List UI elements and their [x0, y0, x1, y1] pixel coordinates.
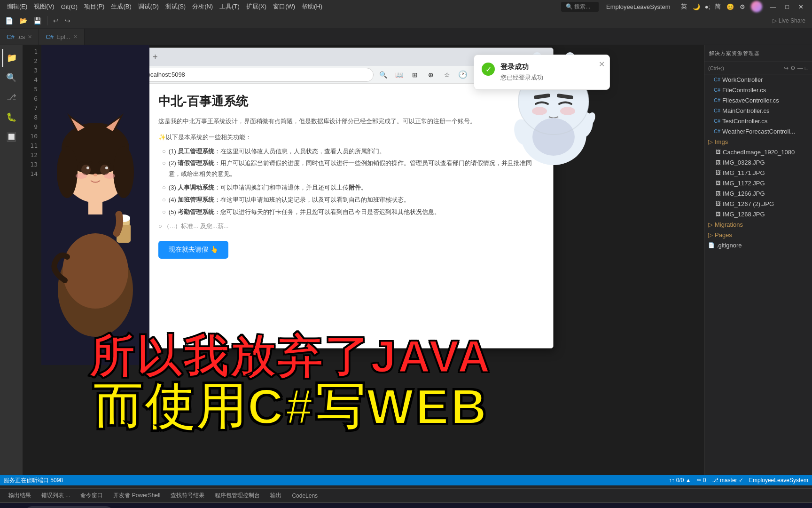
close-icon-2[interactable]: ✕: [73, 34, 78, 40]
close-btn[interactable]: ✕: [794, 2, 808, 11]
tree-item-migrations[interactable]: ▷ Migrations: [704, 219, 812, 230]
tab-codelens[interactable]: CodeLens: [287, 491, 322, 501]
open-btn[interactable]: 📂: [17, 16, 30, 26]
activity-extensions[interactable]: 🔲: [2, 128, 20, 146]
taskbar-search[interactable]: 🔍 搜索: [24, 506, 114, 508]
tree-item-img1[interactable]: 🖼 IMG_0328.JPG: [704, 157, 812, 167]
tab-output[interactable]: 输出: [265, 490, 286, 501]
panel-btn-1[interactable]: ↪: [784, 65, 789, 71]
history-btn[interactable]: 🕐: [456, 68, 469, 81]
menu-item-debug[interactable]: 调试(D): [135, 1, 162, 12]
taskbar-item-edge[interactable]: 🌀: [281, 505, 300, 508]
browser-close[interactable]: [65, 54, 71, 60]
feature-name-4: 加班管理系统: [178, 196, 214, 203]
taskbar-item-office[interactable]: 📊: [219, 505, 238, 508]
tree-item-img5[interactable]: 🖼 IMG_1267 (2).JPG: [704, 198, 812, 209]
redo-btn[interactable]: ↪: [62, 16, 73, 26]
activity-search[interactable]: 🔍: [2, 69, 20, 87]
refresh-btn[interactable]: ↻: [96, 68, 109, 81]
new-file-btn[interactable]: 📄: [3, 16, 16, 26]
tree-item-file[interactable]: C# FileController.cs: [704, 85, 812, 95]
menu-item-window[interactable]: 窗口(W): [270, 1, 298, 12]
close-icon-1[interactable]: ✕: [28, 34, 32, 40]
menu-item-project[interactable]: 项目(P): [81, 1, 108, 12]
tab-nuget[interactable]: 程序包管理控制台: [210, 490, 265, 501]
url-bar[interactable]: 🔒 localhost:5098: [128, 68, 374, 82]
panel-btn-2[interactable]: ⚙: [790, 65, 796, 71]
browser-search-btn[interactable]: 🔍: [376, 68, 390, 81]
tab-cmd[interactable]: 命令窗口: [76, 490, 108, 501]
browser-min[interactable]: [74, 54, 80, 60]
feature-name-5: 考勤管理系统: [178, 208, 214, 215]
theme-toggle[interactable]: 🌙: [690, 2, 703, 11]
taskbar-item-explorer[interactable]: 📁: [116, 505, 134, 508]
tab-powershell[interactable]: 开发者 PowerShell: [109, 490, 165, 501]
taskbar-item-music[interactable]: 🎵: [260, 505, 279, 508]
menu-item-test[interactable]: 测试(S): [162, 1, 189, 12]
reader-mode-btn[interactable]: 📖: [392, 68, 406, 81]
menu-item-analyze[interactable]: 分析(N): [189, 1, 216, 12]
menu-item-build[interactable]: 生成(B): [108, 1, 134, 12]
tree-item-img4[interactable]: 🖼 IMG_1266.JPG: [704, 188, 812, 198]
menu-item-view[interactable]: 视图(V): [31, 1, 57, 12]
menu-item-extensions[interactable]: 扩展(X): [243, 1, 270, 12]
tree-item-img2[interactable]: 🖼 IMG_1171.JPG: [704, 167, 812, 178]
split-view-btn[interactable]: ⊞: [408, 68, 422, 81]
tab-output-result[interactable]: 输出结果: [4, 490, 36, 501]
sidebar-nav-item-home[interactable]: 🏠 主页: [61, 106, 145, 126]
menu-item-help[interactable]: 帮助(H): [298, 1, 326, 12]
taskbar-item-vs[interactable]: 💜: [302, 505, 320, 508]
forward-btn[interactable]: ▶: [80, 68, 94, 81]
activity-explorer[interactable]: 📁: [2, 49, 20, 67]
browser-tab-close[interactable]: ✕: [137, 54, 141, 60]
menu-item-tools[interactable]: 工具(T): [216, 1, 243, 12]
start-button[interactable]: ⊞: [4, 505, 23, 508]
activity-debug[interactable]: 🐛: [2, 108, 20, 126]
settings-icon[interactable]: ⚙: [737, 2, 748, 11]
cta-button[interactable]: 现在就去请假 👆: [158, 241, 228, 259]
tree-item-imgs[interactable]: ▷ Imgs: [704, 136, 812, 147]
maximize-btn[interactable]: □: [781, 2, 794, 11]
tree-item-gitignore[interactable]: 📄 .gitignore: [704, 240, 812, 250]
tree-item-work[interactable]: C# WorkController: [704, 74, 812, 85]
save-btn[interactable]: 💾: [31, 16, 44, 26]
live-share-btn[interactable]: ▷ Live Share: [769, 16, 809, 25]
tree-item-img6[interactable]: 🖼 IMG_1268.JPG: [704, 209, 812, 219]
file-tab-cs[interactable]: C# .cs ✕: [0, 29, 39, 45]
taskbar-item-camera[interactable]: 📷: [136, 505, 155, 508]
browser-max[interactable]: [83, 54, 89, 60]
taskbar-item-vscode[interactable]: 🔷: [198, 505, 217, 508]
back-btn[interactable]: ◀: [64, 68, 78, 81]
taskbar-item-onenote[interactable]: 📓: [240, 505, 258, 508]
emoji-btn[interactable]: 😊: [724, 2, 737, 11]
tab-find-symbol[interactable]: 查找符号结果: [166, 490, 209, 501]
folder-icon-pages: ▷: [708, 231, 713, 238]
tree-item-img3[interactable]: 🖼 IMG_1172.JPG: [704, 178, 812, 188]
tab-error-list[interactable]: 错误列表 ...: [37, 490, 75, 501]
pin-icon[interactable]: 📌: [129, 91, 137, 99]
tree-item-cached[interactable]: 🖼 CachedImage_1920_1080: [704, 147, 812, 157]
tree-item-weather[interactable]: C# WeatherForecastControll...: [704, 126, 812, 136]
panel-btn-4[interactable]: □: [805, 65, 808, 71]
new-tab-btn[interactable]: +: [153, 52, 158, 62]
taskbar-item-bilibili[interactable]: ▶: [322, 505, 341, 508]
file-tab-epl[interactable]: C# Epl... ✕: [39, 29, 84, 45]
browser-tab[interactable]: 🏠 首页 ✕: [102, 50, 148, 64]
activity-git[interactable]: ⎇: [2, 88, 20, 106]
undo-btn[interactable]: ↩: [51, 16, 61, 26]
fav-btn[interactable]: ☆: [440, 68, 453, 81]
menu-item-git[interactable]: Git(G): [58, 2, 81, 11]
search-box[interactable]: 🔍 搜索...: [561, 2, 599, 12]
panel-btn-3[interactable]: —: [797, 65, 803, 71]
minimize-btn[interactable]: —: [765, 2, 781, 11]
zoom-btn[interactable]: ⊕: [424, 68, 437, 81]
menu-item-edit[interactable]: 编辑(E): [4, 1, 31, 12]
tree-item-pages[interactable]: ▷ Pages: [704, 230, 812, 240]
tree-item-test[interactable]: C# TestController.cs: [704, 116, 812, 126]
tree-item-main[interactable]: C# MainController.cs: [704, 105, 812, 116]
taskbar-item-terminal[interactable]: 💻: [157, 505, 176, 508]
tree-item-filesave[interactable]: C# FilesaveController.cs: [704, 95, 812, 105]
home-btn[interactable]: 🏠: [112, 68, 125, 81]
taskbar-item-browser[interactable]: 🌐: [178, 505, 196, 508]
notification-close-btn[interactable]: ✕: [599, 60, 605, 69]
